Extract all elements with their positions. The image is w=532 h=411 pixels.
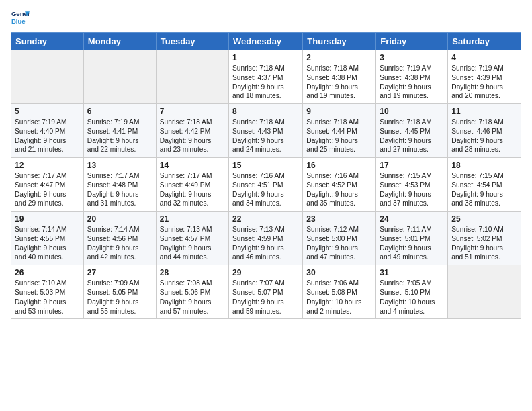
- day-info: Sunrise: 7:13 AM Sunset: 4:59 PM Dayligh…: [232, 225, 299, 262]
- day-cell-29: 29Sunrise: 7:07 AM Sunset: 5:07 PM Dayli…: [229, 265, 303, 319]
- day-info: Sunrise: 7:10 AM Sunset: 5:02 PM Dayligh…: [451, 225, 517, 262]
- empty-cell: [83, 50, 156, 104]
- day-cell-2: 2Sunrise: 7:18 AM Sunset: 4:38 PM Daylig…: [303, 50, 376, 104]
- day-number: 12: [15, 161, 80, 170]
- day-number: 29: [232, 268, 299, 277]
- day-number: 25: [451, 214, 517, 224]
- day-cell-10: 10Sunrise: 7:18 AM Sunset: 4:45 PM Dayli…: [376, 104, 448, 158]
- day-info: Sunrise: 7:10 AM Sunset: 5:03 PM Dayligh…: [15, 279, 80, 316]
- day-info: Sunrise: 7:16 AM Sunset: 4:52 PM Dayligh…: [306, 171, 372, 208]
- day-cell-25: 25Sunrise: 7:10 AM Sunset: 5:02 PM Dayli…: [448, 212, 521, 265]
- week-row-5: 26Sunrise: 7:10 AM Sunset: 5:03 PM Dayli…: [11, 265, 521, 319]
- empty-cell: [448, 265, 521, 319]
- day-cell-18: 18Sunrise: 7:15 AM Sunset: 4:54 PM Dayli…: [448, 158, 521, 212]
- logo-icon: General Blue: [11, 8, 30, 27]
- svg-text:Blue: Blue: [11, 17, 26, 25]
- day-number: 10: [380, 107, 444, 116]
- day-number: 28: [160, 268, 225, 277]
- day-cell-17: 17Sunrise: 7:15 AM Sunset: 4:53 PM Dayli…: [376, 158, 448, 212]
- day-number: 22: [232, 214, 299, 224]
- weekday-header-tuesday: Tuesday: [156, 33, 228, 50]
- day-info: Sunrise: 7:12 AM Sunset: 5:00 PM Dayligh…: [306, 225, 372, 262]
- day-cell-24: 24Sunrise: 7:11 AM Sunset: 5:01 PM Dayli…: [376, 212, 448, 265]
- day-cell-21: 21Sunrise: 7:13 AM Sunset: 4:57 PM Dayli…: [156, 212, 228, 265]
- weekday-header-monday: Monday: [83, 33, 156, 50]
- day-number: 19: [15, 214, 80, 224]
- week-row-2: 5Sunrise: 7:19 AM Sunset: 4:40 PM Daylig…: [11, 104, 521, 158]
- day-number: 8: [232, 107, 299, 116]
- weekday-header-saturday: Saturday: [448, 33, 521, 50]
- day-info: Sunrise: 7:17 AM Sunset: 4:49 PM Dayligh…: [160, 171, 225, 208]
- day-cell-23: 23Sunrise: 7:12 AM Sunset: 5:00 PM Dayli…: [303, 212, 376, 265]
- calendar-table: SundayMondayTuesdayWednesdayThursdayFrid…: [11, 32, 521, 319]
- day-number: 30: [306, 268, 372, 277]
- day-number: 2: [306, 53, 372, 62]
- day-info: Sunrise: 7:14 AM Sunset: 4:55 PM Dayligh…: [15, 225, 80, 262]
- week-row-4: 19Sunrise: 7:14 AM Sunset: 4:55 PM Dayli…: [11, 212, 521, 265]
- day-number: 7: [160, 107, 225, 116]
- day-info: Sunrise: 7:08 AM Sunset: 5:06 PM Dayligh…: [160, 279, 225, 316]
- day-info: Sunrise: 7:18 AM Sunset: 4:38 PM Dayligh…: [306, 64, 372, 101]
- day-info: Sunrise: 7:16 AM Sunset: 4:51 PM Dayligh…: [232, 171, 299, 208]
- day-cell-11: 11Sunrise: 7:18 AM Sunset: 4:46 PM Dayli…: [448, 104, 521, 158]
- day-number: 16: [306, 161, 372, 170]
- day-info: Sunrise: 7:19 AM Sunset: 4:40 PM Dayligh…: [15, 118, 80, 154]
- weekday-header-friday: Friday: [376, 33, 448, 50]
- day-number: 1: [232, 53, 299, 62]
- day-cell-15: 15Sunrise: 7:16 AM Sunset: 4:51 PM Dayli…: [229, 158, 303, 212]
- day-cell-7: 7Sunrise: 7:18 AM Sunset: 4:42 PM Daylig…: [156, 104, 228, 158]
- day-number: 17: [380, 161, 444, 170]
- day-cell-27: 27Sunrise: 7:09 AM Sunset: 5:05 PM Dayli…: [83, 265, 156, 319]
- header: General Blue: [11, 8, 521, 27]
- day-info: Sunrise: 7:18 AM Sunset: 4:43 PM Dayligh…: [232, 118, 299, 154]
- day-info: Sunrise: 7:18 AM Sunset: 4:42 PM Dayligh…: [160, 118, 225, 154]
- day-info: Sunrise: 7:15 AM Sunset: 4:53 PM Dayligh…: [380, 171, 444, 208]
- day-number: 15: [232, 161, 299, 170]
- day-number: 14: [160, 161, 225, 170]
- day-info: Sunrise: 7:13 AM Sunset: 4:57 PM Dayligh…: [160, 225, 225, 262]
- day-number: 27: [87, 268, 152, 277]
- day-info: Sunrise: 7:19 AM Sunset: 4:39 PM Dayligh…: [451, 64, 517, 101]
- day-cell-14: 14Sunrise: 7:17 AM Sunset: 4:49 PM Dayli…: [156, 158, 228, 212]
- day-info: Sunrise: 7:17 AM Sunset: 4:47 PM Dayligh…: [15, 171, 80, 208]
- day-info: Sunrise: 7:18 AM Sunset: 4:45 PM Dayligh…: [380, 118, 444, 154]
- day-number: 26: [15, 268, 80, 277]
- day-info: Sunrise: 7:07 AM Sunset: 5:07 PM Dayligh…: [232, 279, 299, 316]
- day-cell-22: 22Sunrise: 7:13 AM Sunset: 4:59 PM Dayli…: [229, 212, 303, 265]
- day-number: 4: [451, 53, 517, 62]
- day-cell-26: 26Sunrise: 7:10 AM Sunset: 5:03 PM Dayli…: [11, 265, 84, 319]
- day-cell-5: 5Sunrise: 7:19 AM Sunset: 4:40 PM Daylig…: [11, 104, 84, 158]
- day-cell-28: 28Sunrise: 7:08 AM Sunset: 5:06 PM Dayli…: [156, 265, 228, 319]
- day-info: Sunrise: 7:18 AM Sunset: 4:44 PM Dayligh…: [306, 118, 372, 154]
- day-cell-30: 30Sunrise: 7:06 AM Sunset: 5:08 PM Dayli…: [303, 265, 376, 319]
- weekday-header-row: SundayMondayTuesdayWednesdayThursdayFrid…: [11, 33, 521, 50]
- day-number: 21: [160, 214, 225, 224]
- day-cell-1: 1Sunrise: 7:18 AM Sunset: 4:37 PM Daylig…: [229, 50, 303, 104]
- empty-cell: [156, 50, 228, 104]
- day-info: Sunrise: 7:05 AM Sunset: 5:10 PM Dayligh…: [380, 279, 444, 316]
- day-cell-31: 31Sunrise: 7:05 AM Sunset: 5:10 PM Dayli…: [376, 265, 448, 319]
- day-cell-8: 8Sunrise: 7:18 AM Sunset: 4:43 PM Daylig…: [229, 104, 303, 158]
- weekday-header-wednesday: Wednesday: [229, 33, 303, 50]
- day-info: Sunrise: 7:18 AM Sunset: 4:37 PM Dayligh…: [232, 64, 299, 101]
- day-cell-19: 19Sunrise: 7:14 AM Sunset: 4:55 PM Dayli…: [11, 212, 84, 265]
- logo: General Blue: [11, 8, 30, 27]
- day-info: Sunrise: 7:17 AM Sunset: 4:48 PM Dayligh…: [87, 171, 152, 208]
- week-row-1: 1Sunrise: 7:18 AM Sunset: 4:37 PM Daylig…: [11, 50, 521, 104]
- day-number: 23: [306, 214, 372, 224]
- week-row-3: 12Sunrise: 7:17 AM Sunset: 4:47 PM Dayli…: [11, 158, 521, 212]
- day-number: 5: [15, 107, 80, 116]
- day-number: 31: [380, 268, 444, 277]
- day-cell-16: 16Sunrise: 7:16 AM Sunset: 4:52 PM Dayli…: [303, 158, 376, 212]
- day-number: 9: [306, 107, 372, 116]
- day-number: 13: [87, 161, 152, 170]
- day-info: Sunrise: 7:06 AM Sunset: 5:08 PM Dayligh…: [306, 279, 372, 316]
- day-cell-20: 20Sunrise: 7:14 AM Sunset: 4:56 PM Dayli…: [83, 212, 156, 265]
- day-cell-4: 4Sunrise: 7:19 AM Sunset: 4:39 PM Daylig…: [448, 50, 521, 104]
- day-number: 3: [380, 53, 444, 62]
- day-number: 6: [87, 107, 152, 116]
- day-info: Sunrise: 7:15 AM Sunset: 4:54 PM Dayligh…: [451, 171, 517, 208]
- day-cell-9: 9Sunrise: 7:18 AM Sunset: 4:44 PM Daylig…: [303, 104, 376, 158]
- day-cell-13: 13Sunrise: 7:17 AM Sunset: 4:48 PM Dayli…: [83, 158, 156, 212]
- day-number: 24: [380, 214, 444, 224]
